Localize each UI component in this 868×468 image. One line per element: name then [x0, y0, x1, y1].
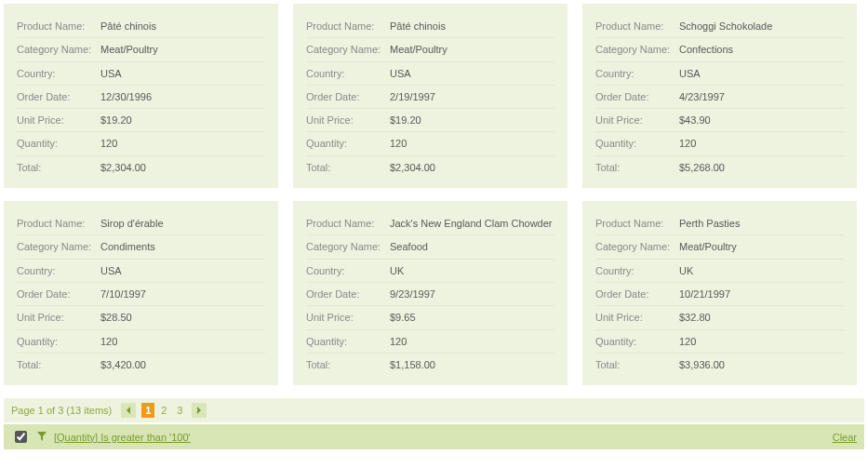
field-value: $1,158.00	[390, 358, 435, 371]
field-value: Jack's New England Clam Chowder	[390, 217, 553, 230]
card-row-orderDate: Order Date:4/23/1997	[595, 86, 844, 109]
field-label: Category Name:	[595, 240, 679, 253]
field-value: 120	[100, 335, 117, 348]
card-row-unitPrice: Unit Price:$9.65	[306, 306, 554, 329]
card-row-total: Total:$1,158.00	[306, 354, 554, 376]
field-label: Order Date:	[17, 90, 100, 103]
card-row-country: Country:UK	[306, 260, 554, 283]
field-label: Category Name:	[595, 43, 679, 56]
pager-info: Page 1 of 3 (13 items)	[11, 405, 112, 416]
field-label: Country:	[17, 67, 100, 80]
field-label: Quantity:	[17, 137, 100, 150]
card-row-orderDate: Order Date:12/30/1996	[17, 86, 265, 109]
card-row-quantity: Quantity:120	[595, 330, 844, 354]
card-row-quantity: Quantity:120	[17, 330, 265, 354]
card-row-category: Category Name:Seafood	[306, 235, 554, 259]
filter-expression-link[interactable]: [Quantity] Is greater than '100'	[54, 432, 191, 443]
filter-icon	[37, 432, 47, 443]
field-value: $28.50	[100, 311, 132, 324]
field-value: 12/30/1996	[100, 90, 152, 103]
card-row-total: Total:$3,420.00	[17, 354, 265, 376]
field-value: USA	[679, 67, 701, 80]
card-row-quantity: Quantity:120	[17, 132, 265, 155]
field-label: Unit Price:	[595, 311, 679, 324]
record-card: Product Name:Perth PastiesCategory Name:…	[582, 201, 857, 385]
field-value: $3,420.00	[100, 358, 146, 371]
field-label: Order Date:	[595, 90, 679, 103]
record-card: Product Name:Jack's New England Clam Cho…	[293, 201, 568, 385]
pager-prev-button[interactable]	[121, 403, 136, 418]
filter-bar: [Quantity] Is greater than '100' Clear	[4, 424, 864, 449]
field-value: 120	[679, 335, 696, 348]
field-value: $19.20	[100, 114, 132, 127]
card-grid: Product Name:Pâté chinoisCategory Name:M…	[0, 0, 868, 389]
card-row-total: Total:$2,304.00	[306, 156, 554, 179]
card-row-unitPrice: Unit Price:$28.50	[17, 306, 265, 329]
field-value: Meat/Poultry	[390, 43, 447, 56]
record-card: Product Name:Schoggi SchokoladeCategory …	[582, 4, 857, 188]
field-label: Product Name:	[306, 20, 390, 33]
card-row-total: Total:$3,936.00	[595, 354, 844, 376]
field-value: 10/21/1997	[679, 287, 730, 301]
field-value: UK	[679, 264, 693, 277]
record-card: Product Name:Sirop d'érableCategory Name…	[4, 201, 278, 385]
field-value: Seafood	[390, 240, 428, 253]
card-row-product: Product Name:Sirop d'érable	[17, 212, 265, 235]
field-value: 120	[100, 137, 117, 150]
card-row-country: Country:USA	[17, 260, 265, 283]
field-label: Unit Price:	[17, 114, 100, 127]
pager-page-3[interactable]: 3	[173, 403, 186, 418]
card-row-category: Category Name:Confections	[595, 38, 844, 61]
field-value: Pâté chinois	[100, 20, 156, 33]
card-row-country: Country:USA	[595, 62, 844, 86]
field-label: Country:	[17, 264, 100, 277]
field-label: Product Name:	[17, 20, 100, 33]
field-value: $5,268.00	[679, 161, 725, 174]
field-label: Category Name:	[306, 43, 390, 56]
field-label: Order Date:	[17, 287, 100, 301]
field-label: Order Date:	[306, 90, 390, 103]
field-label: Unit Price:	[17, 311, 100, 324]
card-row-category: Category Name:Condiments	[17, 235, 265, 259]
field-label: Country:	[595, 67, 679, 80]
pager-next-button[interactable]	[192, 403, 207, 418]
field-label: Product Name:	[17, 217, 100, 230]
card-row-orderDate: Order Date:9/23/1997	[306, 283, 554, 306]
filter-checkbox[interactable]	[15, 431, 27, 443]
pager-bar: Page 1 of 3 (13 items) 1 2 3	[4, 398, 864, 422]
pager-page-1[interactable]: 1	[141, 403, 154, 418]
field-label: Total:	[17, 161, 100, 174]
card-row-unitPrice: Unit Price:$19.20	[17, 109, 265, 132]
field-label: Country:	[306, 67, 390, 80]
field-value: Schoggi Schokolade	[679, 20, 772, 33]
field-value: 2/19/1997	[390, 90, 435, 103]
field-label: Total:	[595, 358, 679, 371]
field-value: USA	[100, 264, 122, 277]
field-label: Unit Price:	[306, 114, 390, 127]
field-value: $19.20	[390, 114, 421, 127]
field-label: Unit Price:	[306, 311, 390, 324]
field-label: Quantity:	[595, 335, 679, 348]
filter-clear-link[interactable]: Clear	[833, 432, 857, 443]
card-row-unitPrice: Unit Price:$32.80	[595, 306, 844, 329]
field-label: Order Date:	[595, 287, 679, 301]
field-value: 120	[679, 137, 696, 150]
field-value: 9/23/1997	[390, 287, 435, 301]
field-value: $2,304.00	[390, 161, 435, 174]
field-value: Condiments	[100, 240, 155, 253]
field-value: USA	[100, 67, 122, 80]
field-label: Unit Price:	[595, 114, 679, 127]
card-row-unitPrice: Unit Price:$19.20	[306, 109, 554, 132]
record-card: Product Name:Pâté chinoisCategory Name:M…	[4, 4, 278, 188]
field-value: USA	[390, 67, 411, 80]
chevron-right-icon	[196, 407, 202, 414]
field-value: $9.65	[390, 311, 416, 324]
field-value: $43.90	[679, 114, 711, 127]
card-row-unitPrice: Unit Price:$43.90	[595, 109, 844, 132]
field-label: Total:	[17, 358, 100, 371]
pager-page-2[interactable]: 2	[157, 403, 170, 418]
chevron-left-icon	[126, 407, 131, 414]
record-card: Product Name:Pâté chinoisCategory Name:M…	[293, 4, 568, 188]
card-row-quantity: Quantity:120	[595, 132, 844, 155]
field-label: Product Name:	[595, 217, 679, 230]
